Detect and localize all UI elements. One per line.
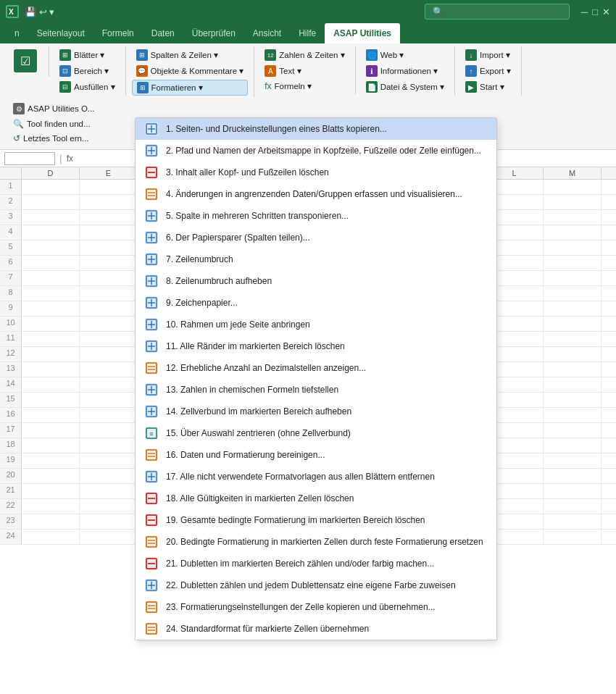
tab-daten[interactable]: Daten <box>143 23 183 43</box>
sheet-cell[interactable] <box>22 241 80 255</box>
start-button[interactable]: ▶ Start ▾ <box>461 80 515 94</box>
web-button[interactable]: 🌐 Web ▾ <box>362 48 449 62</box>
sheet-cell[interactable] <box>22 362 80 377</box>
sheet-cell[interactable] <box>602 469 616 483</box>
spalten-button[interactable]: ⊞ Spalten & Zeilen ▾ <box>132 48 249 62</box>
list-item[interactable]: 7. Zeilenumbruch <box>136 248 496 270</box>
list-item[interactable]: 1. Seiten- und Druckeinstellungen eines … <box>136 118 496 140</box>
formeln-button[interactable]: fx Formeln ▾ <box>260 80 349 93</box>
list-item[interactable]: 2. Pfad und Namen der Arbeitsmappe in Ko… <box>136 140 496 162</box>
search-box[interactable]: 🔍 <box>425 4 570 20</box>
import-button[interactable]: ↓ Import ▾ <box>461 48 515 62</box>
sheet-cell[interactable] <box>22 225 80 240</box>
sheet-cell[interactable] <box>544 347 602 361</box>
sheet-cell[interactable] <box>22 256 80 270</box>
sheet-cell[interactable] <box>602 241 616 255</box>
sheet-cell[interactable] <box>22 423 80 438</box>
tab-überprüfen[interactable]: Überprüfen <box>183 23 244 43</box>
sheet-cell[interactable] <box>544 377 602 392</box>
sheet-cell[interactable] <box>80 241 138 255</box>
minimize-icon[interactable]: ─ <box>581 7 588 17</box>
sheet-cell[interactable] <box>544 469 602 483</box>
bereich-button[interactable]: ⊡ Bereich ▾ <box>55 64 120 78</box>
list-item[interactable]: 17. Alle nicht verwendete Formatvorlagen… <box>136 466 496 488</box>
sheet-cell[interactable] <box>544 210 602 225</box>
sheet-cell[interactable] <box>22 271 80 285</box>
sheet-cell[interactable] <box>22 286 80 301</box>
sheet-cell[interactable] <box>602 301 616 316</box>
list-item[interactable]: 6. Der Papiersparer (Spalten teilen)... <box>136 227 496 248</box>
sheet-cell[interactable] <box>80 393 138 407</box>
sheet-cell[interactable] <box>544 271 602 285</box>
sheet-cell[interactable] <box>80 469 138 483</box>
asap-options-button[interactable]: ⚙ ASAP Utilities O... <box>9 101 99 116</box>
sheet-cell[interactable] <box>544 499 602 514</box>
tab-asap[interactable]: ASAP Utilities <box>325 23 400 43</box>
sheet-cell[interactable] <box>80 438 138 453</box>
sheet-cell[interactable] <box>544 530 602 544</box>
sheet-cell[interactable] <box>80 195 138 209</box>
close-icon[interactable]: ✕ <box>602 7 610 17</box>
name-box[interactable] <box>4 152 55 165</box>
tab-ansicht[interactable]: Ansicht <box>244 23 290 43</box>
sheet-cell[interactable] <box>80 514 138 529</box>
sheet-cell[interactable] <box>80 317 138 331</box>
sheet-cell[interactable] <box>22 530 80 544</box>
sheet-cell[interactable] <box>22 180 80 194</box>
tab-n[interactable]: n <box>6 23 28 43</box>
sheet-cell[interactable] <box>602 195 616 209</box>
sheet-cell[interactable] <box>602 408 616 422</box>
list-item[interactable]: 19. Gesamte bedingte Formatierung im mar… <box>136 509 496 531</box>
list-item[interactable]: 16. Daten und Formatierung bereinigen... <box>136 444 496 466</box>
sheet-cell[interactable] <box>22 210 80 225</box>
sheet-cell[interactable] <box>80 377 138 392</box>
sheet-cell[interactable] <box>544 438 602 453</box>
maximize-icon[interactable]: □ <box>592 7 598 17</box>
sheet-cell[interactable] <box>544 362 602 377</box>
sheet-cell[interactable] <box>544 393 602 407</box>
list-item[interactable]: 18. Alle Gültigkeiten in markierten Zell… <box>136 488 496 509</box>
sheet-cell[interactable] <box>544 453 602 468</box>
sheet-cell[interactable] <box>602 362 616 377</box>
sheet-cell[interactable] <box>80 362 138 377</box>
sheet-cell[interactable] <box>602 484 616 498</box>
sheet-cell[interactable] <box>602 514 616 529</box>
sheet-cell[interactable] <box>22 317 80 331</box>
sheet-cell[interactable] <box>80 210 138 225</box>
sheet-cell[interactable] <box>22 484 80 498</box>
sheet-cell[interactable] <box>80 423 138 438</box>
sheet-cell[interactable] <box>602 347 616 361</box>
sheet-cell[interactable] <box>80 408 138 422</box>
sheet-cell[interactable] <box>22 453 80 468</box>
list-item[interactable]: 20. Bedingte Formatierung in markierten … <box>136 531 496 545</box>
list-item[interactable]: 4. Änderungen in angrenzenden Daten/Grup… <box>136 183 496 205</box>
sheet-cell[interactable] <box>544 241 602 255</box>
list-item[interactable]: 12. Erhebliche Anzahl an Dezimalstellen … <box>136 357 496 379</box>
sheet-cell[interactable] <box>22 408 80 422</box>
list-item[interactable]: 10. Rahmen um jede Seite anbringen <box>136 314 496 335</box>
sheet-cell[interactable] <box>22 469 80 483</box>
sheet-cell[interactable] <box>544 225 602 240</box>
informationen-button[interactable]: ℹ Informationen ▾ <box>362 64 449 78</box>
sheet-cell[interactable] <box>544 180 602 194</box>
sheet-cell[interactable] <box>602 317 616 331</box>
sheet-cell[interactable] <box>602 453 616 468</box>
sheet-cell[interactable] <box>602 286 616 301</box>
sheet-cell[interactable] <box>80 180 138 194</box>
sheet-cell[interactable] <box>80 347 138 361</box>
sheet-cell[interactable] <box>80 530 138 544</box>
sheet-cell[interactable] <box>602 180 616 194</box>
sheet-cell[interactable] <box>602 423 616 438</box>
text-button[interactable]: A Text ▾ <box>260 64 349 78</box>
letztes-tool-button[interactable]: ↺ Letztes Tool ern... <box>9 132 99 145</box>
sheet-cell[interactable] <box>22 377 80 392</box>
list-item[interactable]: 11. Alle Ränder im markierten Bereich lö… <box>136 335 496 357</box>
sheet-cell[interactable] <box>80 286 138 301</box>
sheet-cell[interactable] <box>22 301 80 316</box>
sheet-cell[interactable] <box>544 423 602 438</box>
sheet-cell[interactable] <box>602 393 616 407</box>
sheet-cell[interactable] <box>544 195 602 209</box>
sheet-cell[interactable] <box>544 301 602 316</box>
list-item[interactable]: 8. Zeilenumbruch aufheben <box>136 270 496 292</box>
blätter-button[interactable]: ⊞ Blätter ▾ <box>55 48 120 62</box>
